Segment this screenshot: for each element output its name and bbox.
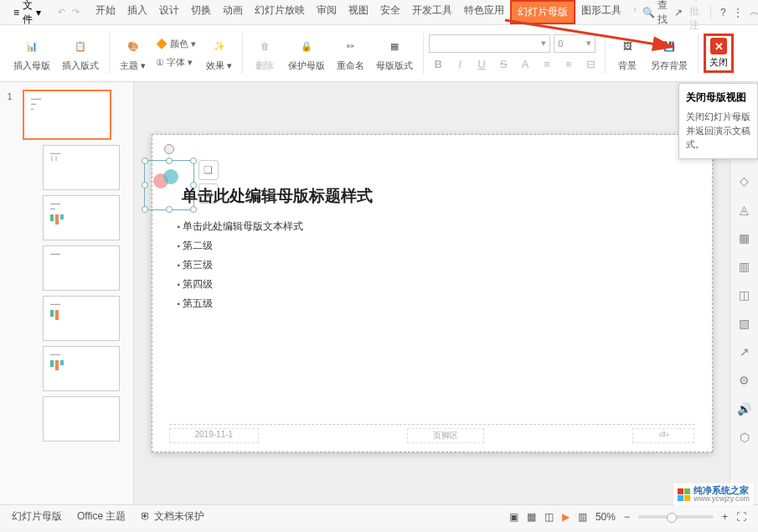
separator <box>242 34 243 74</box>
zoom-out-button[interactable]: − <box>624 511 630 523</box>
thumbnail-layout[interactable]: ━━━━ <box>43 245 120 291</box>
resize-handle[interactable] <box>142 206 148 213</box>
sidebar-icon[interactable]: ⬡ <box>740 431 750 444</box>
bg-button[interactable]: 🖼 背景 <box>611 34 644 72</box>
tab-start[interactable]: 开始 <box>90 0 121 24</box>
bullets-button[interactable]: ≡ <box>538 56 556 73</box>
thumbnail-layout[interactable]: ━━━━ <box>43 346 120 391</box>
sidebar-icon[interactable]: ⚙ <box>739 374 750 387</box>
tab-insert[interactable]: 插入 <box>121 0 153 24</box>
font-color-button[interactable]: A <box>516 56 534 73</box>
numbering-button[interactable]: ≡ <box>559 56 578 73</box>
master-layout-button[interactable]: ▦ 母版版式 <box>371 34 418 72</box>
canvas-area[interactable]: ❏ ⊞ 单击此处编辑母版标题样式 单击此处编辑母版文本样式 第二级 第三级 第四… <box>134 82 730 504</box>
protect-button[interactable]: 🔒 保护母版 <box>283 34 330 72</box>
separator <box>423 34 424 74</box>
sidebar-icon[interactable]: ◇ <box>740 174 749 188</box>
close-master-button[interactable]: ✕ 关闭 <box>704 34 734 73</box>
footer-placeholder[interactable]: 页脚区 <box>407 428 484 443</box>
thumbnail-panel[interactable]: 1 ━━━━━━━ ━━━━║ ║ ━━━━━━ ━━━━ ━━━━ ━━━━ <box>0 82 134 504</box>
resize-handle[interactable] <box>166 206 173 213</box>
bold-button[interactable]: B <box>429 56 447 73</box>
tab-review[interactable]: 审阅 <box>311 0 343 24</box>
tab-developer[interactable]: 开发工具 <box>406 0 458 24</box>
thumbnail-layout[interactable] <box>43 396 120 442</box>
font-size-select[interactable]: 0▾ <box>554 34 596 53</box>
tab-security[interactable]: 安全 <box>374 0 406 24</box>
tab-graphics[interactable]: 图形工具 <box>575 0 627 24</box>
zoom-in-button[interactable]: + <box>722 511 728 523</box>
underline-button[interactable]: U <box>472 56 491 73</box>
separator <box>605 34 606 74</box>
tab-view[interactable]: 视图 <box>343 0 374 24</box>
tab-slideshow[interactable]: 幻灯片放映 <box>249 0 311 24</box>
resize-handle[interactable] <box>166 158 173 164</box>
resize-handle[interactable] <box>142 182 148 189</box>
rename-button[interactable]: ✏ 重命名 <box>332 34 369 72</box>
font-button[interactable]: ①字体 ▾ <box>152 54 199 70</box>
more-icon[interactable]: ⋮ <box>733 7 743 18</box>
slide[interactable]: ❏ ⊞ 单击此处编辑母版标题样式 单击此处编辑母版文本样式 第二级 第三级 第四… <box>152 134 713 452</box>
file-menu[interactable]: ≡ 文件 ▾ <box>7 0 48 30</box>
batch-button[interactable]: ✎批注 <box>689 0 700 33</box>
zoom-slider[interactable] <box>638 515 714 519</box>
thumbnail-layout[interactable]: ━━━━ <box>43 296 120 341</box>
italic-button[interactable]: I <box>451 56 469 73</box>
date-placeholder[interactable]: 2019-11-1 <box>169 428 260 443</box>
resize-handle[interactable] <box>142 158 148 164</box>
zoom-fit-button[interactable]: ⛶ <box>736 511 746 523</box>
effects-button[interactable]: ✨ 效果 ▾ <box>201 34 237 72</box>
resize-handle[interactable] <box>190 158 197 164</box>
undo-icon[interactable]: ↶ <box>58 7 65 18</box>
view-normal-icon[interactable]: ▣ <box>509 511 518 523</box>
thumbnail-master[interactable]: 1 ━━━━━━━ <box>23 90 111 140</box>
sidebar-icon[interactable]: 🔊 <box>737 402 751 416</box>
view-outline-icon[interactable]: ▥ <box>578 511 587 523</box>
tab-design[interactable]: 设计 <box>153 0 185 24</box>
sidebar-icon[interactable]: ↗ <box>740 345 750 359</box>
layers-button[interactable]: ❏ <box>199 160 219 180</box>
master-layout-icon: ▦ <box>383 34 406 58</box>
sidebar-icon[interactable]: ◬ <box>740 203 749 216</box>
insert-layout-button[interactable]: 📋 插入版式 <box>57 34 104 72</box>
sidebar-icon[interactable]: ▦ <box>739 231 750 245</box>
view-reading-icon[interactable]: ◫ <box>544 511 554 523</box>
tab-transition[interactable]: 切换 <box>185 0 217 24</box>
help-icon[interactable]: ? <box>720 7 726 18</box>
play-button[interactable]: ▶ <box>562 511 570 523</box>
theme-button[interactable]: 🎨 主题 ▾ <box>115 34 151 72</box>
save-bg-button[interactable]: 💾 另存背景 <box>646 34 693 72</box>
rotate-handle[interactable] <box>164 144 174 154</box>
sidebar-icon[interactable]: ▥ <box>739 260 750 273</box>
color-button[interactable]: 🔶 颜色 ▾ <box>152 36 199 52</box>
status-protect[interactable]: ⛨ 文档未保护 <box>141 509 204 524</box>
sidebar-icon[interactable]: ▧ <box>739 317 750 330</box>
align-button[interactable]: ⊟ <box>581 56 600 73</box>
slide-title-placeholder[interactable]: 单击此处编辑母版标题样式 <box>182 185 373 207</box>
protect-label: 保护母版 <box>288 59 325 72</box>
resize-handle[interactable] <box>190 206 197 213</box>
thumbnail-layout[interactable]: ━━━━║ ║ <box>43 145 120 190</box>
collapse-icon[interactable]: ︿ <box>750 5 758 19</box>
view-sorter-icon[interactable]: ▦ <box>527 511 536 523</box>
strike-button[interactable]: S <box>494 56 513 73</box>
tab-overflow[interactable]: › <box>627 0 642 24</box>
close-label: 关闭 <box>709 56 728 69</box>
tab-special[interactable]: 特色应用 <box>458 0 510 24</box>
status-theme: Office 主题 <box>77 509 126 524</box>
zoom-value[interactable]: 50% <box>596 511 616 523</box>
slidenum-placeholder[interactable]: ‹#› <box>632 428 694 443</box>
tab-animation[interactable]: 动画 <box>217 0 249 24</box>
insert-master-button[interactable]: 📊 插入母版 <box>8 34 55 72</box>
status-view: 幻灯片母版 <box>12 509 62 524</box>
redo-icon[interactable]: ↷ <box>72 7 80 18</box>
tab-slidemaster[interactable]: 幻灯片母版 <box>510 0 575 24</box>
search-button[interactable]: 🔍 查找 <box>642 0 668 27</box>
slide-body-placeholder[interactable]: 单击此处编辑母版文本样式 第二级 第三级 第四级 第五级 <box>178 214 687 316</box>
sidebar-icon[interactable]: ◫ <box>739 288 750 302</box>
thumbnail-layout[interactable]: ━━━━━━ <box>43 195 120 240</box>
font-family-select[interactable]: ▾ <box>429 34 550 53</box>
delete-button[interactable]: 🗑 删除 <box>248 34 281 72</box>
share-icon[interactable]: ↗ <box>674 7 683 18</box>
ribbon: 📊 插入母版 📋 插入版式 🎨 主题 ▾ 🔶 颜色 ▾ ①字体 ▾ ✨ 效果 ▾… <box>0 25 758 82</box>
